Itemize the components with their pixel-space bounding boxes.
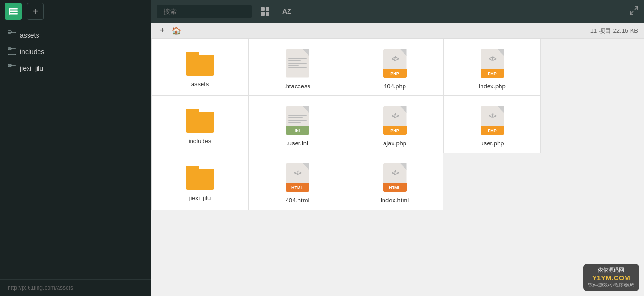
search-input[interactable] xyxy=(157,5,252,18)
sidebar: + assets includes xyxy=(0,0,151,296)
file-item-assets[interactable]: assets xyxy=(151,39,249,96)
topbar: AZ xyxy=(151,0,644,23)
breadcrumb-bar: + 🏠 11 项目 22.16 KB xyxy=(151,23,644,39)
svg-rect-2 xyxy=(9,13,18,15)
file-icon: </> PHP xyxy=(383,106,407,135)
svg-rect-0 xyxy=(9,8,18,10)
file-item-includes[interactable]: includes xyxy=(151,96,249,153)
file-item-jiexi-jilu[interactable]: jiexi_jilu xyxy=(151,153,249,210)
watermark-subtext: 软件/游戏/小程序/源码 xyxy=(588,282,634,288)
file-item-404php[interactable]: </> PHP 404.php xyxy=(346,39,443,96)
grid-inner: assets .htaccess xyxy=(151,39,644,210)
main-area: AZ + 🏠 11 项目 22.16 KB assets xyxy=(151,0,644,296)
file-name: 404.php xyxy=(384,83,406,90)
sidebar-item-jiexi-jilu[interactable]: jiexi_jilu xyxy=(0,60,151,76)
sidebar-item-includes[interactable]: includes xyxy=(0,43,151,60)
folder-icon xyxy=(8,30,16,39)
svg-rect-13 xyxy=(266,12,269,16)
file-item-userphp[interactable]: </> PHP user.php xyxy=(443,96,541,153)
file-name: .user.ini xyxy=(287,140,308,147)
folder-icon xyxy=(8,64,16,73)
file-count-badge: 11 项目 22.16 KB xyxy=(590,27,638,35)
sidebar-items: assets includes jiexi_jilu xyxy=(0,23,151,279)
folder-icon xyxy=(186,109,214,133)
file-icon: INI xyxy=(286,106,309,135)
svg-rect-1 xyxy=(9,11,18,12)
folder-icon xyxy=(186,166,214,190)
file-icon: </> PHP xyxy=(481,49,504,78)
status-url: http://jx.61ling.com/assets xyxy=(8,285,73,291)
svg-rect-10 xyxy=(261,7,265,11)
svg-rect-11 xyxy=(266,7,269,11)
sidebar-bottom: http://jx.61ling.com/assets xyxy=(0,279,151,296)
watermark-line1: 依依源码网 xyxy=(598,267,624,274)
svg-line-14 xyxy=(635,7,638,10)
folder-icon xyxy=(8,47,16,56)
file-icon: </> PHP xyxy=(383,49,407,78)
file-name: index.html xyxy=(381,197,409,204)
expand-button[interactable] xyxy=(630,6,638,17)
watermark: 依依源码网 Y1YM.COM 软件/游戏/小程序/源码 xyxy=(583,264,639,291)
file-name: ajax.php xyxy=(383,140,406,147)
sidebar-add-button[interactable]: + xyxy=(27,3,44,20)
file-grid: assets .htaccess xyxy=(151,39,644,296)
file-name: jiexi_jilu xyxy=(189,194,211,201)
add-folder-button[interactable]: + xyxy=(157,26,168,36)
file-name: index.php xyxy=(479,83,505,90)
file-icon: </> PHP xyxy=(481,106,504,135)
file-name: includes xyxy=(189,137,211,144)
file-icon: </> HTML xyxy=(383,163,407,192)
svg-rect-12 xyxy=(261,12,265,16)
home-breadcrumb[interactable]: 🏠 xyxy=(172,26,181,35)
file-item-404html[interactable]: </> HTML 404.html xyxy=(249,153,346,210)
sort-button[interactable]: AZ xyxy=(279,6,295,17)
folder-icon xyxy=(186,52,214,76)
file-icon: </> HTML xyxy=(286,163,309,192)
file-name: .htaccess xyxy=(284,83,310,90)
file-name: assets xyxy=(191,80,209,87)
file-item-userini[interactable]: INI .user.ini xyxy=(249,96,346,153)
file-item-ajaxphp[interactable]: </> PHP ajax.php xyxy=(346,96,443,153)
sidebar-item-assets[interactable]: assets xyxy=(0,27,151,43)
file-name: user.php xyxy=(481,140,504,147)
file-icon xyxy=(286,49,309,78)
sidebar-menu-button[interactable] xyxy=(5,3,22,20)
file-name: 404.html xyxy=(286,197,309,204)
file-item-htaccess[interactable]: .htaccess xyxy=(249,39,346,96)
svg-line-15 xyxy=(630,11,633,14)
file-item-indexphp[interactable]: </> PHP index.php xyxy=(443,39,541,96)
grid-view-button[interactable] xyxy=(257,5,274,18)
sidebar-header: + xyxy=(0,0,151,23)
svg-rect-3 xyxy=(9,8,10,15)
watermark-line2: Y1YM.COM xyxy=(592,274,630,282)
file-item-indexhtml[interactable]: </> HTML index.html xyxy=(346,153,443,210)
